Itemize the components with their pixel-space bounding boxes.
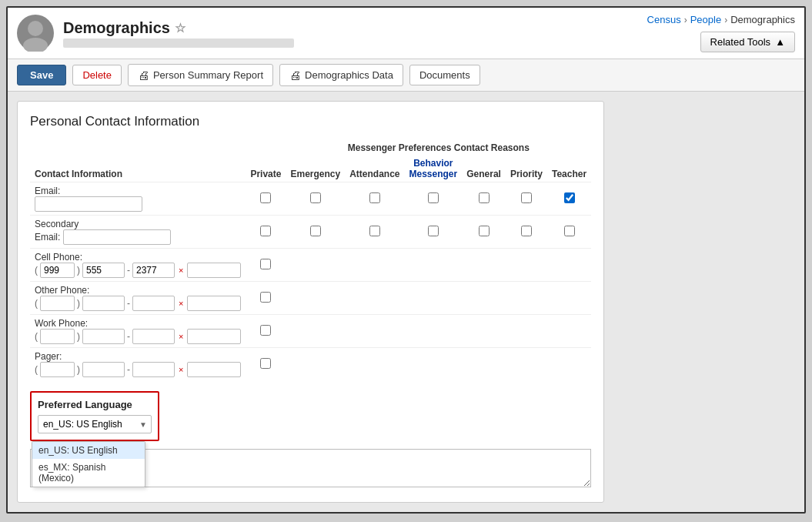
sec-email-general-checkbox[interactable] xyxy=(479,226,490,236)
dash-1: - xyxy=(127,265,130,276)
work-phone-label: Work Phone: ( ) - × xyxy=(30,315,246,348)
table-row: Work Phone: ( ) - × xyxy=(30,315,591,348)
save-button[interactable]: Save xyxy=(17,65,66,85)
breadcrumb: Census › People › Demographics xyxy=(647,14,795,25)
work-phone-clear[interactable]: × xyxy=(177,332,185,341)
pager-label: Pager: ( ) - × xyxy=(30,348,246,381)
paren-close-1: ) xyxy=(77,265,80,276)
cell-phone-clear[interactable]: × xyxy=(177,266,185,275)
pager-mid[interactable] xyxy=(82,362,125,377)
delete-button[interactable]: Delete xyxy=(72,65,122,85)
email-input[interactable] xyxy=(35,196,142,212)
header-title-area: Demographics ☆ xyxy=(63,19,294,48)
col-priority: Priority xyxy=(506,156,547,182)
pager-last[interactable] xyxy=(132,362,175,377)
cell-phone-area[interactable] xyxy=(40,263,75,278)
page-title: Demographics ☆ xyxy=(63,19,294,37)
work-private-checkbox[interactable] xyxy=(260,325,271,336)
work-phone-ext[interactable] xyxy=(187,329,241,344)
demographics-data-button[interactable]: 🖨 Demographics Data xyxy=(279,64,403,86)
other-phone-area[interactable] xyxy=(40,296,75,311)
email-emergency-checkbox[interactable] xyxy=(310,192,321,203)
main-panel: Personal Contact Information Contact Inf… xyxy=(17,101,604,503)
lang-dropdown-option-es[interactable]: es_MX: Spanish (Mexico) xyxy=(32,459,145,487)
secondary-email-input[interactable] xyxy=(63,229,171,245)
main-container: Demographics ☆ Census › People › Demogra… xyxy=(6,6,806,514)
pager-clear[interactable]: × xyxy=(177,365,185,374)
person-summary-label: Person Summary Report xyxy=(153,69,263,81)
email-attendance-checkbox[interactable] xyxy=(369,192,380,203)
sec-email-attendance-checkbox[interactable] xyxy=(369,226,380,236)
cell-phone-mid[interactable] xyxy=(82,263,125,278)
sec-email-priority-checkbox[interactable] xyxy=(521,226,532,236)
pager-area[interactable] xyxy=(40,362,75,377)
other-phone-group: ( ) - × xyxy=(35,296,241,311)
email-emergency-cell xyxy=(286,182,345,216)
avatar-svg xyxy=(17,15,54,52)
other-phone-clear[interactable]: × xyxy=(177,299,185,308)
sec-email-teacher-checkbox[interactable] xyxy=(564,226,575,236)
lang-dropdown-option-en[interactable]: en_US: US English xyxy=(32,442,145,459)
work-phone-area[interactable] xyxy=(40,329,75,344)
email-private-cell xyxy=(246,182,286,216)
email-priority-cell xyxy=(506,182,547,216)
other-phone-label: Other Phone: ( ) - × xyxy=(30,282,246,315)
header: Demographics ☆ Census › People › Demogra… xyxy=(8,8,804,59)
sec-email-private-checkbox[interactable] xyxy=(260,226,271,236)
pager-ext[interactable] xyxy=(187,362,241,377)
documents-button[interactable]: Documents xyxy=(409,65,480,85)
related-tools-arrow: ▲ xyxy=(775,36,785,48)
cell-private-checkbox[interactable] xyxy=(260,259,271,269)
svg-point-0 xyxy=(28,21,43,36)
cell-phone-last[interactable] xyxy=(132,263,175,278)
col-behavior-messenger: Behavior Messenger xyxy=(405,156,463,182)
language-dropdown-popup: en_US: US English es_MX: Spanish (Mexico… xyxy=(32,441,145,487)
breadcrumb-people[interactable]: People xyxy=(690,14,721,25)
cell-phone-ext[interactable] xyxy=(187,263,241,278)
col-attendance: Attendance xyxy=(345,156,404,182)
table-row: Pager: ( ) - × xyxy=(30,348,591,381)
sec-email-emergency-checkbox[interactable] xyxy=(310,226,321,236)
email-general-checkbox[interactable] xyxy=(479,192,490,203)
email-private-checkbox[interactable] xyxy=(260,192,271,203)
other-phone-ext[interactable] xyxy=(187,296,241,311)
header-subtitle xyxy=(63,38,294,48)
other-private-checkbox[interactable] xyxy=(260,292,271,303)
sec-email-behavior-checkbox[interactable] xyxy=(428,226,439,236)
avatar xyxy=(17,15,54,52)
email-priority-checkbox[interactable] xyxy=(521,192,532,203)
star-icon[interactable]: ☆ xyxy=(175,21,185,35)
cell-phone-group: ( ) - × xyxy=(35,263,241,278)
secondary-email-label: Secondary Email: xyxy=(30,216,246,249)
header-left: Demographics ☆ xyxy=(17,15,294,52)
toolbar: Save Delete 🖨 Person Summary Report 🖨 De… xyxy=(8,59,804,92)
email-attendance-cell xyxy=(345,182,404,216)
other-phone-last[interactable] xyxy=(132,296,175,311)
page-title-text: Demographics xyxy=(63,19,170,37)
content-area: Personal Contact Information Contact Inf… xyxy=(8,92,804,512)
pager-private-checkbox[interactable] xyxy=(260,358,271,369)
breadcrumb-current: Demographics xyxy=(730,14,795,25)
person-summary-button[interactable]: 🖨 Person Summary Report xyxy=(128,64,273,86)
email-label: Email: xyxy=(30,182,246,216)
work-phone-mid[interactable] xyxy=(82,329,125,344)
work-phone-last[interactable] xyxy=(132,329,175,344)
email-teacher-checkbox[interactable] xyxy=(564,192,575,203)
documents-label: Documents xyxy=(419,69,470,81)
cell-phone-label: Cell Phone: ( ) - × xyxy=(30,249,246,282)
col-private: Private xyxy=(246,140,286,182)
related-tools-button[interactable]: Related Tools ▲ xyxy=(700,32,795,52)
lang-select-wrapper: en_US: US English es_MX: Spanish (Mexico… xyxy=(38,415,152,433)
email-behavior-cell xyxy=(405,182,463,216)
breadcrumb-census[interactable]: Census xyxy=(647,14,681,25)
right-panel xyxy=(613,101,795,503)
email-behavior-checkbox[interactable] xyxy=(428,192,439,203)
language-select[interactable]: en_US: US English es_MX: Spanish (Mexico… xyxy=(38,415,152,433)
col-general: General xyxy=(462,156,506,182)
table-row: Secondary Email: xyxy=(30,216,591,249)
svg-point-1 xyxy=(23,38,48,52)
col-contact-info: Contact Information xyxy=(30,140,246,182)
col-emergency: Emergency xyxy=(286,156,345,182)
other-phone-mid[interactable] xyxy=(82,296,125,311)
table-row: Other Phone: ( ) - × xyxy=(30,282,591,315)
